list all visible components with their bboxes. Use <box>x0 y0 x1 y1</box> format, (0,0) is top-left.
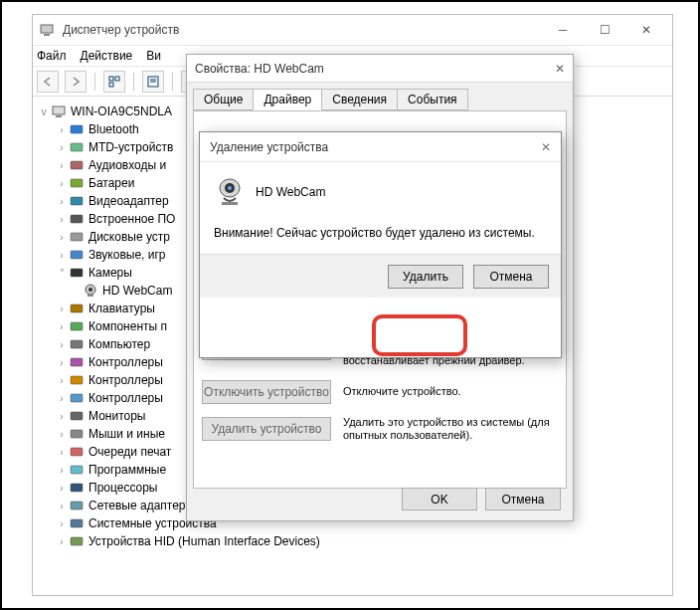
svg-rect-3 <box>115 77 119 81</box>
close-icon[interactable]: ✕ <box>555 62 565 76</box>
maximize-button[interactable]: ☐ <box>585 19 624 41</box>
menu-action[interactable]: Действие <box>81 49 133 63</box>
svg-rect-24 <box>71 305 83 312</box>
svg-rect-4 <box>109 83 113 87</box>
confirm-device-name: HD WebCam <box>256 185 325 199</box>
svg-rect-10 <box>53 106 65 114</box>
webcam-icon <box>214 176 246 208</box>
svg-rect-1 <box>44 34 50 36</box>
titlebar: Диспетчер устройств ─ ☐ ✕ <box>33 15 672 45</box>
window-title: Диспетчер устройств <box>63 23 543 37</box>
ok-button[interactable]: OK <box>402 488 477 510</box>
menu-view[interactable]: Ви <box>146 49 161 63</box>
uninstall-device-button[interactable]: Удалить устройство <box>202 417 331 441</box>
svg-rect-37 <box>71 537 83 545</box>
back-button[interactable] <box>37 71 59 93</box>
computer-icon <box>51 103 67 119</box>
tab-driver[interactable]: Драйвер <box>253 89 322 110</box>
svg-rect-30 <box>71 412 83 420</box>
svg-rect-2 <box>109 77 113 81</box>
svg-rect-15 <box>71 179 83 187</box>
properties-button[interactable] <box>142 71 164 93</box>
svg-rect-33 <box>71 466 83 474</box>
confirm-cancel-button[interactable]: Отмена <box>473 265 549 289</box>
svg-rect-25 <box>71 322 83 330</box>
uninstall-confirm-dialog: Удаление устройства ✕ HD WebCam Внимание… <box>199 131 562 358</box>
menu-file[interactable]: Файл <box>37 49 67 63</box>
svg-rect-17 <box>71 215 83 223</box>
svg-rect-31 <box>71 430 83 438</box>
svg-rect-20 <box>71 269 83 277</box>
forward-button[interactable] <box>65 71 87 93</box>
svg-rect-32 <box>71 448 83 456</box>
svg-rect-0 <box>41 25 53 33</box>
confirm-title: Удаление устройства <box>210 140 541 154</box>
svg-point-22 <box>88 288 92 292</box>
minimize-button[interactable]: ─ <box>543 19 583 41</box>
svg-rect-13 <box>71 143 83 151</box>
tab-details[interactable]: Сведения <box>321 89 398 110</box>
svg-rect-14 <box>71 161 83 169</box>
svg-rect-18 <box>71 233 83 241</box>
confirm-warning: Внимание! Сейчас устройство будет удален… <box>214 226 547 240</box>
tree-root-label: WIN-OIA9C5NDLA <box>71 104 172 118</box>
svg-point-40 <box>228 186 232 190</box>
svg-rect-27 <box>71 358 83 366</box>
svg-rect-28 <box>71 376 83 384</box>
svg-rect-35 <box>71 502 83 509</box>
dialog-title: Свойства: HD WebCam <box>195 62 555 76</box>
computer-icon <box>39 22 55 38</box>
confirm-uninstall-button[interactable]: Удалить <box>388 265 463 289</box>
tree-view-button[interactable] <box>103 71 125 93</box>
disable-device-button[interactable]: Отключить устройство <box>202 380 331 404</box>
svg-rect-19 <box>71 251 83 259</box>
svg-rect-36 <box>71 519 83 527</box>
tree-item[interactable]: ›Устройства HID (Human Interface Devices… <box>37 532 668 550</box>
svg-rect-29 <box>71 394 83 402</box>
tab-events[interactable]: События <box>397 89 468 110</box>
tab-general[interactable]: Общие <box>193 89 254 110</box>
svg-rect-41 <box>222 202 238 205</box>
tab-strip: Общие Драйвер Сведения События <box>187 83 573 110</box>
cancel-button[interactable]: Отмена <box>485 488 561 510</box>
close-button[interactable]: ✕ <box>626 19 666 41</box>
svg-rect-26 <box>71 340 83 348</box>
svg-rect-12 <box>71 125 83 133</box>
svg-rect-23 <box>88 295 93 297</box>
svg-rect-16 <box>71 197 83 205</box>
close-icon[interactable]: ✕ <box>541 140 551 154</box>
svg-rect-34 <box>71 484 83 492</box>
disable-desc: Отключите устройство. <box>343 385 558 398</box>
svg-rect-11 <box>56 115 62 117</box>
uninstall-desc: Удалить это устройство из системы (для о… <box>343 416 558 442</box>
